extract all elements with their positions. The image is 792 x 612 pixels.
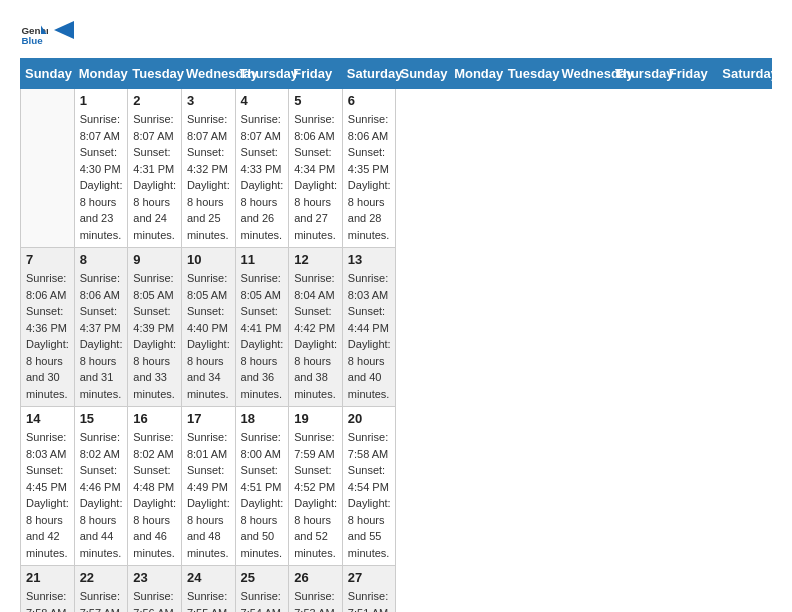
day-info: Sunrise: 7:53 AMSunset: 5:03 PMDaylight:… — [294, 588, 337, 612]
day-number: 18 — [241, 411, 284, 426]
calendar-cell: 14Sunrise: 8:03 AMSunset: 4:45 PMDayligh… — [21, 407, 75, 566]
day-info: Sunrise: 8:05 AMSunset: 4:40 PMDaylight:… — [187, 270, 230, 402]
day-info: Sunrise: 8:06 AMSunset: 4:34 PMDaylight:… — [294, 111, 337, 243]
day-info: Sunrise: 8:07 AMSunset: 4:32 PMDaylight:… — [187, 111, 230, 243]
week-row-1: 1Sunrise: 8:07 AMSunset: 4:30 PMDaylight… — [21, 89, 772, 248]
week-row-3: 14Sunrise: 8:03 AMSunset: 4:45 PMDayligh… — [21, 407, 772, 566]
day-number: 8 — [80, 252, 123, 267]
svg-text:Blue: Blue — [21, 35, 43, 46]
calendar-body: 1Sunrise: 8:07 AMSunset: 4:30 PMDaylight… — [21, 89, 772, 613]
header-thursday: Thursday — [235, 59, 289, 89]
day-number: 12 — [294, 252, 337, 267]
day-number: 22 — [80, 570, 123, 585]
day-number: 4 — [241, 93, 284, 108]
day-number: 10 — [187, 252, 230, 267]
calendar-cell: 6Sunrise: 8:06 AMSunset: 4:35 PMDaylight… — [342, 89, 396, 248]
weekday-header-sunday: Sunday — [396, 59, 450, 89]
header-sunday: Sunday — [21, 59, 75, 89]
day-info: Sunrise: 7:56 AMSunset: 4:58 PMDaylight:… — [133, 588, 176, 612]
calendar-cell: 5Sunrise: 8:06 AMSunset: 4:34 PMDaylight… — [289, 89, 343, 248]
day-number: 2 — [133, 93, 176, 108]
day-number: 27 — [348, 570, 391, 585]
header-row: SundayMondayTuesdayWednesdayThursdayFrid… — [21, 59, 772, 89]
calendar-cell: 15Sunrise: 8:02 AMSunset: 4:46 PMDayligh… — [74, 407, 128, 566]
day-info: Sunrise: 8:01 AMSunset: 4:49 PMDaylight:… — [187, 429, 230, 561]
day-info: Sunrise: 7:59 AMSunset: 4:52 PMDaylight:… — [294, 429, 337, 561]
calendar-cell: 1Sunrise: 8:07 AMSunset: 4:30 PMDaylight… — [74, 89, 128, 248]
day-info: Sunrise: 8:07 AMSunset: 4:30 PMDaylight:… — [80, 111, 123, 243]
calendar-cell: 20Sunrise: 7:58 AMSunset: 4:54 PMDayligh… — [342, 407, 396, 566]
day-number: 26 — [294, 570, 337, 585]
calendar-cell: 12Sunrise: 8:04 AMSunset: 4:42 PMDayligh… — [289, 248, 343, 407]
day-info: Sunrise: 8:06 AMSunset: 4:36 PMDaylight:… — [26, 270, 69, 402]
calendar-cell: 11Sunrise: 8:05 AMSunset: 4:41 PMDayligh… — [235, 248, 289, 407]
logo-icon: General Blue — [20, 20, 48, 48]
day-number: 3 — [187, 93, 230, 108]
day-info: Sunrise: 7:58 AMSunset: 4:54 PMDaylight:… — [348, 429, 391, 561]
weekday-header-saturday: Saturday — [718, 59, 772, 89]
day-number: 6 — [348, 93, 391, 108]
day-number: 24 — [187, 570, 230, 585]
weekday-header-friday: Friday — [664, 59, 718, 89]
day-number: 19 — [294, 411, 337, 426]
weekday-header-wednesday: Wednesday — [557, 59, 611, 89]
day-info: Sunrise: 8:07 AMSunset: 4:33 PMDaylight:… — [241, 111, 284, 243]
header-tuesday: Tuesday — [128, 59, 182, 89]
calendar-cell: 21Sunrise: 7:58 AMSunset: 4:55 PMDayligh… — [21, 566, 75, 613]
calendar-cell: 27Sunrise: 7:51 AMSunset: 5:04 PMDayligh… — [342, 566, 396, 613]
calendar-cell: 23Sunrise: 7:56 AMSunset: 4:58 PMDayligh… — [128, 566, 182, 613]
day-number: 9 — [133, 252, 176, 267]
calendar-cell: 13Sunrise: 8:03 AMSunset: 4:44 PMDayligh… — [342, 248, 396, 407]
day-info: Sunrise: 8:05 AMSunset: 4:41 PMDaylight:… — [241, 270, 284, 402]
day-info: Sunrise: 8:06 AMSunset: 4:35 PMDaylight:… — [348, 111, 391, 243]
day-number: 17 — [187, 411, 230, 426]
logo-arrow-icon — [52, 19, 74, 41]
calendar-cell: 25Sunrise: 7:54 AMSunset: 5:01 PMDayligh… — [235, 566, 289, 613]
day-number: 5 — [294, 93, 337, 108]
day-info: Sunrise: 8:05 AMSunset: 4:39 PMDaylight:… — [133, 270, 176, 402]
calendar-header: SundayMondayTuesdayWednesdayThursdayFrid… — [21, 59, 772, 89]
calendar-cell: 24Sunrise: 7:55 AMSunset: 5:00 PMDayligh… — [181, 566, 235, 613]
header-saturday: Saturday — [342, 59, 396, 89]
day-info: Sunrise: 7:55 AMSunset: 5:00 PMDaylight:… — [187, 588, 230, 612]
day-number: 23 — [133, 570, 176, 585]
day-info: Sunrise: 8:03 AMSunset: 4:44 PMDaylight:… — [348, 270, 391, 402]
calendar-table: SundayMondayTuesdayWednesdayThursdayFrid… — [20, 58, 772, 612]
day-info: Sunrise: 7:54 AMSunset: 5:01 PMDaylight:… — [241, 588, 284, 612]
header-wednesday: Wednesday — [181, 59, 235, 89]
calendar-cell: 16Sunrise: 8:02 AMSunset: 4:48 PMDayligh… — [128, 407, 182, 566]
day-info: Sunrise: 8:00 AMSunset: 4:51 PMDaylight:… — [241, 429, 284, 561]
day-number: 21 — [26, 570, 69, 585]
day-info: Sunrise: 7:58 AMSunset: 4:55 PMDaylight:… — [26, 588, 69, 612]
day-info: Sunrise: 7:51 AMSunset: 5:04 PMDaylight:… — [348, 588, 391, 612]
day-number: 25 — [241, 570, 284, 585]
week-row-2: 7Sunrise: 8:06 AMSunset: 4:36 PMDaylight… — [21, 248, 772, 407]
calendar-cell — [21, 89, 75, 248]
calendar-cell: 19Sunrise: 7:59 AMSunset: 4:52 PMDayligh… — [289, 407, 343, 566]
weekday-header-monday: Monday — [450, 59, 504, 89]
day-info: Sunrise: 8:06 AMSunset: 4:37 PMDaylight:… — [80, 270, 123, 402]
day-number: 7 — [26, 252, 69, 267]
svg-marker-3 — [54, 21, 74, 39]
calendar-cell: 22Sunrise: 7:57 AMSunset: 4:57 PMDayligh… — [74, 566, 128, 613]
header-friday: Friday — [289, 59, 343, 89]
logo: General Blue — [20, 20, 74, 48]
day-info: Sunrise: 7:57 AMSunset: 4:57 PMDaylight:… — [80, 588, 123, 612]
calendar-cell: 10Sunrise: 8:05 AMSunset: 4:40 PMDayligh… — [181, 248, 235, 407]
calendar-cell: 7Sunrise: 8:06 AMSunset: 4:36 PMDaylight… — [21, 248, 75, 407]
weekday-header-thursday: Thursday — [611, 59, 665, 89]
calendar-cell: 2Sunrise: 8:07 AMSunset: 4:31 PMDaylight… — [128, 89, 182, 248]
day-info: Sunrise: 8:02 AMSunset: 4:46 PMDaylight:… — [80, 429, 123, 561]
day-info: Sunrise: 8:03 AMSunset: 4:45 PMDaylight:… — [26, 429, 69, 561]
day-number: 20 — [348, 411, 391, 426]
day-info: Sunrise: 8:04 AMSunset: 4:42 PMDaylight:… — [294, 270, 337, 402]
day-number: 14 — [26, 411, 69, 426]
header: General Blue — [20, 20, 772, 48]
day-number: 13 — [348, 252, 391, 267]
day-number: 16 — [133, 411, 176, 426]
calendar-cell: 4Sunrise: 8:07 AMSunset: 4:33 PMDaylight… — [235, 89, 289, 248]
header-monday: Monday — [74, 59, 128, 89]
calendar-cell: 3Sunrise: 8:07 AMSunset: 4:32 PMDaylight… — [181, 89, 235, 248]
calendar-cell: 8Sunrise: 8:06 AMSunset: 4:37 PMDaylight… — [74, 248, 128, 407]
calendar-cell: 9Sunrise: 8:05 AMSunset: 4:39 PMDaylight… — [128, 248, 182, 407]
